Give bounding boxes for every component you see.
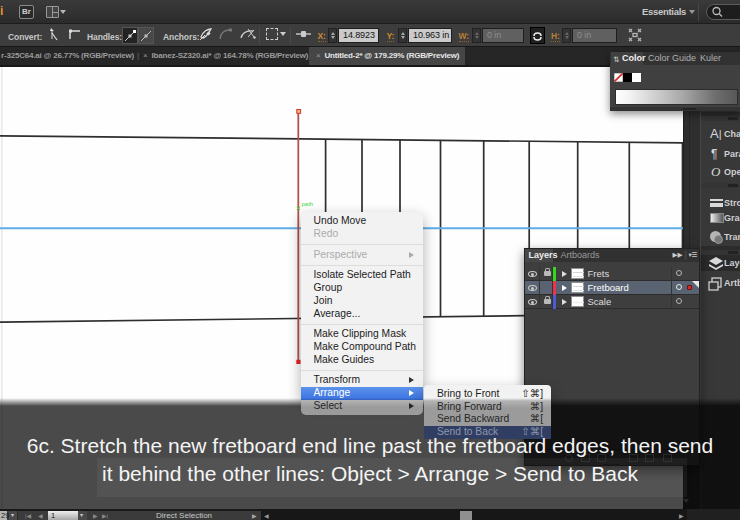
svg-text:path: path	[302, 201, 314, 207]
